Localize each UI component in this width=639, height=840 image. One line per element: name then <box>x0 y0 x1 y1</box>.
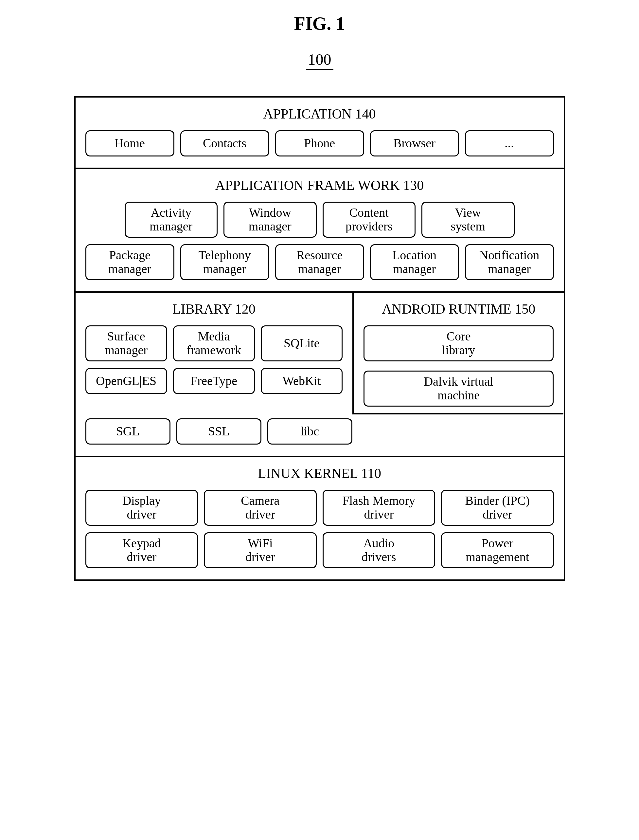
figure-page: FIG. 1 100 APPLICATION 140 Home Contacts… <box>74 13 565 581</box>
lib-media-framework: Mediaframework <box>173 325 255 362</box>
fw-activity-manager: Activitymanager <box>125 202 218 237</box>
lib-freetype: FreeType <box>173 368 255 394</box>
lib-opengles: OpenGL|ES <box>86 368 167 394</box>
rt-core-library: Corelibrary <box>364 325 554 362</box>
fw-content-providers: Contentproviders <box>323 202 416 237</box>
figure-title: FIG. 1 <box>74 13 565 34</box>
kr-power-management: Powermanagement <box>441 532 554 568</box>
fw-view-system: Viewsystem <box>421 202 515 237</box>
layer-library-title: LIBRARY 120 <box>86 301 343 317</box>
kr-camera-driver: Cameradriver <box>204 490 317 526</box>
architecture-diagram: APPLICATION 140 Home Contacts Phone Brow… <box>74 96 565 581</box>
app-more: ... <box>465 130 554 156</box>
fw-window-manager: Windowmanager <box>224 202 317 237</box>
lib-webkit: WebKit <box>261 368 343 394</box>
app-phone: Phone <box>275 130 364 156</box>
layer-framework-title: APPLICATION FRAME WORK 130 <box>86 177 554 193</box>
layer-kernel-title: LINUX KERNEL 110 <box>86 465 554 481</box>
fw-notification-manager: Notificationmanager <box>465 244 554 280</box>
rt-dalvik-vm: Dalvik virtualmachine <box>364 371 554 406</box>
kr-binder-driver: Binder (IPC)driver <box>441 490 554 526</box>
layer-lib-runtime: LIBRARY 120 Surfacemanager Mediaframewor… <box>76 293 564 457</box>
lib-libc: libc <box>267 418 352 445</box>
app-browser: Browser <box>370 130 459 156</box>
fw-telephony-manager: Telephonymanager <box>180 244 269 280</box>
lib-surface-manager: Surfacemanager <box>86 325 167 362</box>
lib-sqlite: SQLite <box>261 325 343 362</box>
layer-kernel: LINUX KERNEL 110 Displaydriver Cameradri… <box>76 457 564 579</box>
layer-runtime-title: ANDROID RUNTIME 150 <box>364 301 554 317</box>
layer-framework: APPLICATION FRAME WORK 130 Activitymanag… <box>76 169 564 293</box>
kr-keypad-driver: Keypaddriver <box>86 532 198 568</box>
kr-audio-drivers: Audiodrivers <box>323 532 436 568</box>
kr-wifi-driver: WiFidriver <box>204 532 317 568</box>
fw-resource-manager: Resourcemanager <box>275 244 364 280</box>
kr-display-driver: Displaydriver <box>86 490 198 526</box>
layer-runtime: ANDROID RUNTIME 150 Corelibrary Dalvik v… <box>354 293 564 414</box>
layer-application-title: APPLICATION 140 <box>86 106 554 122</box>
layer-library: LIBRARY 120 Surfacemanager Mediaframewor… <box>76 293 354 414</box>
lib-sgl: SGL <box>86 418 170 445</box>
kr-flash-driver: Flash Memorydriver <box>323 490 436 526</box>
lib-ssl: SSL <box>176 418 261 445</box>
layer-application: APPLICATION 140 Home Contacts Phone Brow… <box>76 97 564 169</box>
app-home: Home <box>86 130 174 156</box>
figure-number: 100 <box>306 50 334 70</box>
fw-location-manager: Locationmanager <box>370 244 459 280</box>
fw-package-manager: Packagemanager <box>86 244 174 280</box>
app-contacts: Contacts <box>180 130 269 156</box>
layer-library-extra-row: SGL SSL libc <box>76 414 564 456</box>
